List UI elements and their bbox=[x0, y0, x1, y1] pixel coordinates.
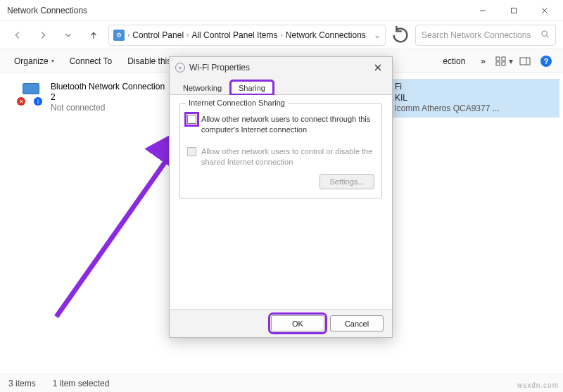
control-panel-icon: ⚙ bbox=[113, 30, 125, 41]
overflow-button[interactable]: » bbox=[474, 53, 493, 69]
svg-rect-10 bbox=[520, 58, 530, 65]
wifi-icon: ▿ bbox=[175, 63, 185, 72]
up-button[interactable] bbox=[83, 25, 104, 46]
dialog-close-button[interactable] bbox=[369, 59, 386, 76]
connection-name: Fi bbox=[395, 82, 555, 93]
status-item-count: 3 items bbox=[8, 379, 36, 388]
search-icon bbox=[540, 30, 550, 41]
dialog-tabs: Networking Sharing bbox=[170, 78, 392, 95]
group-legend: Internet Connection Sharing bbox=[186, 99, 288, 107]
help-button[interactable]: ? bbox=[536, 53, 556, 70]
svg-rect-1 bbox=[512, 8, 517, 13]
connection-item-wifi[interactable]: Fi KIL lcomm Atheros QCA9377 ... bbox=[391, 79, 559, 118]
connection-name: Bluetooth Network Connection bbox=[51, 82, 165, 92]
allow-control-row: Allow other network users to control or … bbox=[187, 146, 374, 167]
allow-connect-label: Allow other network users to connect thr… bbox=[201, 114, 374, 135]
tab-networking[interactable]: Networking bbox=[175, 81, 229, 94]
minimize-button[interactable] bbox=[467, 1, 498, 20]
bluetooth-connection-icon: ✕ ᛒ bbox=[17, 82, 45, 106]
tab-sharing[interactable]: Sharing bbox=[231, 81, 273, 94]
breadcrumb[interactable]: ⚙ › Control Panel › All Control Panel It… bbox=[108, 25, 386, 46]
wifi-properties-dialog: ▿ Wi-Fi Properties Networking Sharing In… bbox=[169, 56, 393, 338]
breadcrumb-item[interactable]: Control Panel bbox=[132, 30, 184, 40]
window-titlebar: Network Connections bbox=[0, 0, 563, 21]
forward-button[interactable] bbox=[32, 25, 53, 46]
preview-pane-button[interactable] bbox=[515, 53, 535, 70]
settings-button: Settings... bbox=[320, 174, 374, 189]
dialog-footer: OK Cancel bbox=[170, 309, 392, 337]
back-button[interactable] bbox=[7, 25, 28, 46]
svg-rect-7 bbox=[502, 57, 505, 61]
svg-rect-9 bbox=[502, 62, 505, 65]
search-input[interactable]: Search Network Connections bbox=[415, 25, 556, 46]
breadcrumb-item[interactable]: Network Connections bbox=[286, 30, 366, 40]
allow-control-checkbox bbox=[187, 147, 196, 156]
connect-to-button[interactable]: Connect To bbox=[63, 53, 120, 69]
svg-rect-8 bbox=[496, 62, 500, 65]
connection-status: Not connected bbox=[51, 103, 165, 113]
allow-connect-checkbox[interactable] bbox=[187, 115, 196, 124]
chevron-right-icon: › bbox=[186, 31, 189, 39]
refresh-button[interactable] bbox=[390, 25, 411, 46]
truncated-command[interactable]: ection bbox=[436, 53, 472, 69]
window-title: Network Connections bbox=[7, 6, 467, 15]
status-bar: 3 items 1 item selected bbox=[0, 374, 563, 392]
view-icons-button[interactable]: ▾ bbox=[494, 53, 514, 70]
allow-control-label: Allow other network users to control or … bbox=[201, 146, 374, 167]
close-button[interactable] bbox=[529, 1, 560, 20]
svg-rect-6 bbox=[496, 57, 500, 61]
cancel-button[interactable]: Cancel bbox=[330, 315, 384, 331]
chevron-right-icon: › bbox=[127, 31, 129, 39]
connection-name: 2 bbox=[51, 92, 165, 103]
svg-line-5 bbox=[547, 35, 549, 37]
sharing-group: Internet Connection Sharing Allow other … bbox=[179, 103, 382, 198]
chevron-right-icon: › bbox=[280, 31, 282, 39]
connection-adapter: lcomm Atheros QCA9377 ... bbox=[395, 103, 555, 115]
dialog-body: Internet Connection Sharing Allow other … bbox=[170, 95, 392, 309]
address-bar-row: ⚙ › Control Panel › All Control Panel It… bbox=[0, 21, 563, 49]
chevron-down-icon[interactable]: ⌄ bbox=[374, 30, 381, 40]
connection-name: KIL bbox=[395, 93, 555, 104]
organize-menu[interactable]: Organize▾ bbox=[7, 53, 61, 69]
search-placeholder: Search Network Connections bbox=[422, 30, 531, 40]
svg-point-4 bbox=[542, 31, 547, 36]
allow-connect-row: Allow other network users to connect thr… bbox=[187, 114, 374, 135]
maximize-button[interactable] bbox=[498, 1, 529, 20]
ok-button[interactable]: OK bbox=[271, 315, 324, 331]
breadcrumb-item[interactable]: All Control Panel Items bbox=[191, 30, 277, 40]
status-selected-count: 1 item selected bbox=[53, 379, 110, 388]
recent-dropdown[interactable] bbox=[58, 25, 79, 46]
watermark: wsxdn.com bbox=[517, 381, 559, 389]
dialog-title: Wi-Fi Properties bbox=[189, 63, 250, 72]
dialog-titlebar: ▿ Wi-Fi Properties bbox=[170, 57, 392, 78]
